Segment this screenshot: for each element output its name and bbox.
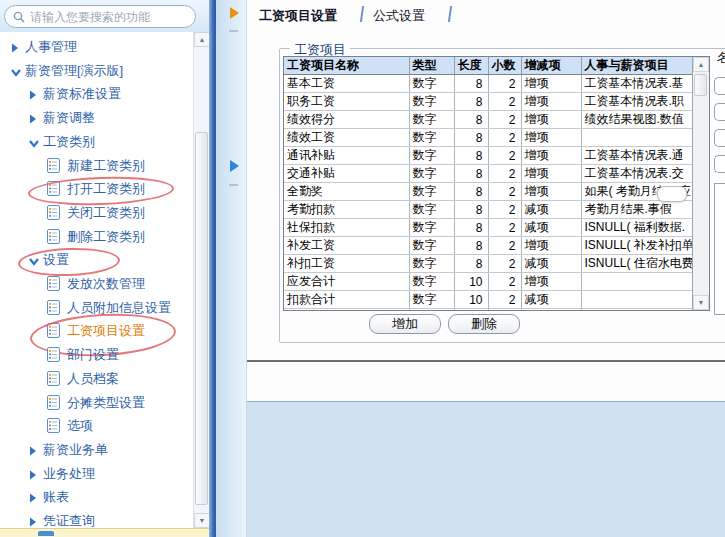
salary-items-table: 工资项目名称类型长度小数增减项人事与薪资项目 基本工资数字82增项工资基本情况表… — [284, 57, 693, 311]
right-cut-button[interactable] — [714, 103, 725, 121]
add-button[interactable]: 增加 — [369, 314, 441, 334]
table-cell: 8 — [454, 183, 488, 201]
column-header[interactable]: 人事与薪资项目 — [581, 57, 692, 75]
table-row[interactable]: 全勤奖数字82增项如果( 考勤月结果.应 — [284, 183, 692, 201]
column-header[interactable]: 类型 — [409, 57, 454, 75]
column-header[interactable]: 长度 — [454, 57, 488, 75]
column-header[interactable]: 增减项 — [521, 57, 581, 75]
tree-item[interactable]: 删除工资类别 — [0, 225, 193, 248]
tree-item[interactable]: 薪资业务单 — [0, 438, 193, 461]
tree-item[interactable]: 工资项目设置 — [0, 319, 193, 342]
sidebar-scrollbar[interactable]: ▲ ▼ — [193, 32, 209, 528]
column-header[interactable]: 工资项目名称 — [284, 57, 409, 75]
table-row[interactable]: 通讯补贴数字82增项工资基本情况表.通 — [284, 147, 692, 165]
tree-item[interactable]: 关闭工资类别 — [0, 201, 193, 224]
table-cell: 2 — [488, 165, 521, 183]
table-row[interactable]: 应发合计数字102增项 — [284, 273, 692, 291]
table-row[interactable]: 考勤扣款数字82减项考勤月结果.事假 — [284, 201, 692, 219]
search-box[interactable] — [4, 5, 196, 28]
right-cut-button[interactable] — [714, 77, 725, 95]
chevron-right-icon — [29, 470, 37, 480]
table-row[interactable]: 社保扣款数字82减项ISNULL( 福利数据. — [284, 219, 692, 237]
tree-item[interactable]: 设置 — [0, 248, 193, 271]
right-cut-box — [714, 183, 725, 315]
tree-item[interactable]: 薪资标准设置 — [0, 82, 193, 105]
tree-item[interactable]: 工资类别 — [0, 130, 193, 153]
table-cell: 工资基本情况表.通 — [581, 147, 692, 165]
scrollbar-thumb[interactable] — [195, 132, 208, 505]
document-icon — [47, 300, 60, 315]
tree-item[interactable]: 人员档案 — [0, 367, 193, 390]
chevron-right-icon — [29, 493, 37, 503]
tree-item[interactable]: 账表 — [0, 485, 193, 508]
collapse-arrow-icon[interactable] — [230, 7, 239, 19]
table-cell: 数字 — [409, 111, 454, 129]
tree-item-label: 新建工资类别 — [67, 157, 145, 175]
search-input[interactable] — [30, 10, 187, 24]
payroll-app-window: 人事管理薪资管理[演示版]薪资标准设置薪资调整工资类别新建工资类别打开工资类别关… — [0, 0, 725, 537]
table-row[interactable]: 补扣工资数字82减项ISNULL( 住宿水电费 — [284, 255, 692, 273]
tab-salary-item-settings[interactable]: 工资项目设置 — [259, 7, 337, 25]
tree-item-label: 打开工资类别 — [67, 180, 145, 198]
table-cell: 2 — [488, 147, 521, 165]
scrollbar-thumb[interactable] — [694, 74, 707, 96]
scroll-down-icon[interactable]: ▼ — [693, 295, 709, 310]
table-cell: 全勤奖 — [284, 183, 409, 201]
tree-item[interactable]: 选项 — [0, 414, 193, 437]
table-cell: 代扣税 — [284, 309, 409, 312]
tree-item[interactable]: 打开工资类别 — [0, 177, 193, 200]
table-cell: 8 — [454, 255, 488, 273]
table-cell: 工资基本情况表.交 — [581, 165, 692, 183]
scroll-up-icon[interactable]: ▲ — [194, 32, 210, 47]
table-cell: 交通补贴 — [284, 165, 409, 183]
table-row[interactable]: 绩效得分数字82增项绩效结果视图.数值 — [284, 111, 692, 129]
tab-formula-settings[interactable]: 公式设置 — [373, 7, 425, 25]
delete-button[interactable]: 删除 — [448, 314, 520, 334]
splitter-dash — [229, 184, 238, 186]
table-cell: 考勤月结果.事假 — [581, 201, 692, 219]
table-row[interactable]: 交通补贴数字82增项工资基本情况表.交 — [284, 165, 692, 183]
chevron-right-icon — [11, 43, 19, 53]
table-row[interactable]: 扣款合计数字102减项 — [284, 291, 692, 309]
document-icon — [47, 276, 60, 291]
table-cell: 8 — [454, 129, 488, 147]
tree-item[interactable]: 凭证查询 — [0, 509, 193, 528]
tree-item-label: 设置 — [43, 251, 69, 269]
table-cell: 2 — [488, 219, 521, 237]
tree-item[interactable]: 薪资管理[演示版] — [0, 59, 193, 82]
tree-item[interactable]: 分摊类型设置 — [0, 391, 193, 414]
scroll-down-icon[interactable]: ▼ — [194, 513, 210, 528]
tree-item[interactable]: 业务处理 — [0, 462, 193, 485]
column-header[interactable]: 小数 — [488, 57, 521, 75]
tree-item[interactable]: 人员附加信息设置 — [0, 296, 193, 319]
right-cut-button[interactable] — [714, 155, 725, 173]
tree-item[interactable]: 薪资调整 — [0, 106, 193, 129]
table-cell: 通讯补贴 — [284, 147, 409, 165]
right-cut-button[interactable] — [714, 129, 725, 147]
table-row[interactable]: 代扣税数字102减项 — [284, 309, 692, 312]
tree-item[interactable]: 发放次数管理 — [0, 272, 193, 295]
document-icon — [47, 395, 60, 410]
table-cell: 2 — [488, 255, 521, 273]
table-cell: 工资基本情况表.基 — [581, 75, 692, 93]
table-cell: 增项 — [521, 165, 581, 183]
tree-item-label: 选项 — [67, 417, 93, 435]
table-row[interactable]: 基本工资数字82增项工资基本情况表.基 — [284, 75, 692, 93]
tree-item-label: 部门设置 — [67, 346, 119, 364]
tree-item[interactable]: 人事管理 — [0, 35, 193, 58]
table-row[interactable]: 职务工资数字82增项工资基本情况表.职 — [284, 93, 692, 111]
table-cell: 增项 — [521, 111, 581, 129]
table-cell: 减项 — [521, 309, 581, 312]
table-row[interactable]: 绩效工资数字82增项 — [284, 129, 692, 147]
tree-item-label: 工资类别 — [43, 133, 95, 151]
tree-item[interactable]: 新建工资类别 — [0, 154, 193, 177]
expand-arrow-icon[interactable] — [230, 160, 239, 172]
tree-item[interactable]: 部门设置 — [0, 343, 193, 366]
table-cell: 数字 — [409, 201, 454, 219]
scroll-up-icon[interactable]: ▲ — [693, 57, 709, 72]
chevron-right-icon — [29, 90, 37, 100]
table-row[interactable]: 补发工资数字82增项ISNULL( 补发补扣单 — [284, 237, 692, 255]
search-icon — [13, 11, 25, 23]
table-scrollbar[interactable]: ▲ ▼ — [692, 57, 709, 310]
table-cell: 数字 — [409, 291, 454, 309]
